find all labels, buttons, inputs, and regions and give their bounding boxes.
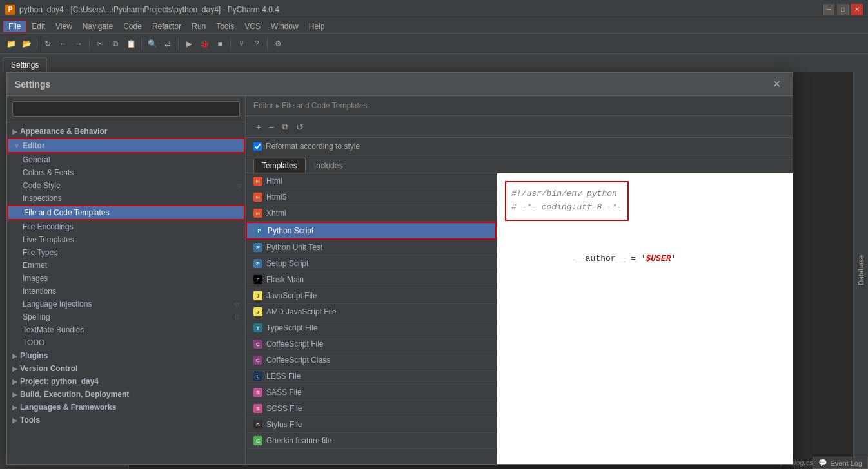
tree-arrow-appearance: ▶ — [12, 128, 17, 135]
menu-file[interactable]: File — [3, 20, 26, 33]
tab-includes[interactable]: Includes — [306, 158, 351, 173]
code-editor-area[interactable]: #!/usr/bin/env python # -*- coding:utf-8… — [497, 173, 793, 464]
template-name-scss-file: SCSS File — [266, 404, 302, 413]
template-item-scss-file[interactable]: S SCSS File — [246, 401, 497, 417]
toolbar-forward[interactable]: → — [72, 37, 86, 51]
template-item-python-script[interactable]: P Python Script — [246, 222, 497, 240]
template-item-html5[interactable]: H Html5 — [246, 189, 497, 206]
menu-navigate[interactable]: Navigate — [77, 21, 118, 32]
tree-todo[interactable]: TODO — [7, 336, 245, 349]
toolbar-run[interactable]: ▶ — [182, 37, 196, 51]
template-item-amd-javascript-file[interactable]: J AMD JavaScript File — [246, 304, 497, 320]
template-item-html[interactable]: H Html — [246, 173, 497, 189]
tree-language-injections[interactable]: Language Injections ⚙ — [7, 298, 245, 311]
close-button[interactable]: ✕ — [851, 4, 863, 15]
tree-intentions[interactable]: Intentions — [7, 285, 245, 298]
menu-tools[interactable]: Tools — [211, 21, 239, 32]
menu-run[interactable]: Run — [186, 21, 211, 32]
tree-appearance-behavior[interactable]: ▶ Appearance & Behavior — [7, 125, 245, 138]
reformat-row: Reformat according to style — [246, 138, 793, 155]
tab-templates[interactable]: Templates — [253, 158, 306, 173]
tree-images[interactable]: Images — [7, 272, 245, 285]
tree-build-execution[interactable]: ▶ Build, Execution, Deployment — [7, 388, 245, 401]
maximize-button[interactable]: □ — [837, 4, 849, 15]
toolbar-vcs[interactable]: ⑂ — [234, 37, 248, 51]
template-item-sass-file[interactable]: S SASS File — [246, 385, 497, 401]
template-copy-button[interactable]: ⧉ — [279, 120, 291, 133]
tree-code-style-icon: ⚙ — [237, 182, 242, 189]
tree-inspections[interactable]: Inspections — [7, 192, 245, 205]
tree-file-code-templates[interactable]: File and Code Templates — [7, 205, 245, 220]
template-item-setup-script[interactable]: P Setup Script — [246, 256, 497, 272]
template-item-coffeescript-file[interactable]: C CoffeeScript File — [246, 336, 497, 352]
toolbar-paste[interactable]: 📋 — [124, 37, 138, 51]
tree-spelling[interactable]: Spelling ⚙ — [7, 311, 245, 323]
event-log[interactable]: 💬 Event Log — [813, 457, 868, 469]
toolbar-debug[interactable]: 🐞 — [197, 37, 212, 51]
title-bar: P python_day4 - [C:\Users\...\PycharmPro… — [0, 0, 868, 19]
tree-plugins[interactable]: ▶ Plugins — [7, 349, 245, 362]
template-item-xhtml[interactable]: H Xhtml — [246, 206, 497, 222]
tree-live-templates[interactable]: Live Templates — [7, 233, 245, 246]
minimize-button[interactable]: ─ — [823, 4, 834, 15]
template-item-flask-main[interactable]: F Flask Main — [246, 272, 497, 288]
language-injections-icon: ⚙ — [234, 301, 240, 308]
tree-project[interactable]: ▶ Project: python_day4 — [7, 375, 245, 388]
event-log-icon: 💬 — [818, 459, 827, 467]
template-name-coffeescript-class: CoffeeScript Class — [266, 356, 330, 365]
template-item-coffeescript-class[interactable]: C CoffeeScript Class — [246, 352, 497, 368]
menu-refactor[interactable]: Refactor — [147, 21, 186, 32]
toolbar-replace[interactable]: ⇄ — [161, 37, 175, 51]
template-icon-python-unit-test: P — [253, 243, 262, 252]
template-item-python-unit-test[interactable]: P Python Unit Test — [246, 240, 497, 256]
database-panel[interactable]: Database — [853, 72, 868, 469]
template-remove-button[interactable]: − — [266, 120, 277, 133]
template-icon-coffeescript-class: C — [253, 356, 262, 365]
tree-tools[interactable]: ▶ Tools — [7, 414, 245, 426]
toolbar-back[interactable]: ← — [56, 37, 70, 51]
template-item-javascript-file[interactable]: J JavaScript File — [246, 288, 497, 304]
tree-version-control[interactable]: ▶ Version Control — [7, 362, 245, 375]
template-name-amd-javascript-file: AMD JavaScript File — [266, 307, 337, 316]
template-add-button[interactable]: + — [253, 120, 264, 133]
tab-settings[interactable]: Settings — [3, 57, 47, 72]
toolbar-open[interactable]: 📂 — [19, 37, 34, 51]
menu-code[interactable]: Code — [118, 21, 147, 32]
toolbar-separator-2 — [89, 38, 90, 50]
settings-close-button[interactable]: ✕ — [769, 77, 785, 91]
template-item-typescript-file[interactable]: T TypeScript File — [246, 320, 497, 336]
template-tabs-bar: Templates Includes — [246, 155, 793, 173]
menu-help[interactable]: Help — [304, 21, 330, 32]
tree-code-style[interactable]: Code Style ⚙ — [7, 179, 245, 192]
template-item-stylus-file[interactable]: S Stylus File — [246, 417, 497, 433]
tree-general[interactable]: General — [7, 153, 245, 166]
toolbar-help[interactable]: ? — [250, 37, 264, 51]
toolbar-cut[interactable]: ✂ — [93, 37, 107, 51]
toolbar-stop[interactable]: ■ — [213, 37, 227, 51]
menu-view[interactable]: View — [50, 21, 77, 32]
reformat-checkbox[interactable] — [253, 142, 262, 151]
tree-languages-frameworks[interactable]: ▶ Languages & Frameworks — [7, 401, 245, 414]
settings-search-input[interactable] — [12, 101, 240, 117]
tree-label-general: General — [23, 155, 50, 164]
toolbar-find[interactable]: 🔍 — [145, 37, 159, 51]
toolbar-settings[interactable]: ⚙ — [271, 37, 285, 51]
tree-editor[interactable]: ▼ Editor — [7, 138, 245, 153]
toolbar-sync[interactable]: ↻ — [41, 37, 55, 51]
template-item-gherkin-feature[interactable]: G Gherkin feature file — [246, 433, 497, 449]
menu-window[interactable]: Window — [266, 21, 304, 32]
toolbar-new-project[interactable]: 📁 — [4, 37, 18, 51]
toolbar-copy[interactable]: ⧉ — [108, 37, 123, 51]
tree-label-languages: Languages & Frameworks — [20, 403, 116, 412]
tree-label-colors-fonts: Colors & Fonts — [23, 168, 74, 177]
menu-vcs[interactable]: VCS — [239, 21, 266, 32]
template-reset-button[interactable]: ↺ — [293, 120, 306, 133]
tree-textmate-bundles[interactable]: TextMate Bundles — [7, 323, 245, 336]
tree-colors-fonts[interactable]: Colors & Fonts — [7, 166, 245, 179]
tree-emmet[interactable]: Emmet — [7, 259, 245, 272]
tree-file-encodings[interactable]: File Encodings — [7, 220, 245, 233]
template-icon-gherkin-feature: G — [253, 436, 262, 445]
template-item-less-file[interactable]: L LESS File — [246, 368, 497, 385]
tree-file-types[interactable]: File Types — [7, 246, 245, 259]
menu-edit[interactable]: Edit — [26, 21, 50, 32]
